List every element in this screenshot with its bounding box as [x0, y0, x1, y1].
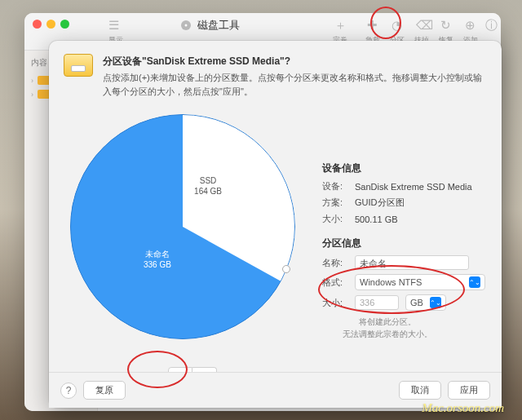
format-row: 格式: Windows NTFS ⌃⌄	[322, 274, 493, 290]
help-button[interactable]: ?	[60, 382, 77, 399]
size-input[interactable]: 336	[355, 295, 399, 310]
device-info-heading: 设备信息	[322, 161, 493, 175]
minimize-icon[interactable]	[46, 20, 55, 29]
window-controls[interactable]	[33, 20, 69, 29]
chevron-updown-icon: ⌃⌄	[469, 276, 480, 288]
dialog-header: 分区设备"SanDisk Extreme SSD Media"? 点按添加(+)…	[49, 41, 502, 106]
total-size-row: 大小: 500.11 GB	[322, 213, 493, 225]
partition-pie[interactable]: 未命名 336 GB SSD 164 GB	[70, 114, 295, 339]
partition-note: 将创建此分区。 无法调整此宗卷的大小。	[322, 316, 453, 340]
info-icon[interactable]: ⓘ	[485, 18, 498, 33]
restore-icon[interactable]: ↻	[440, 18, 451, 33]
close-icon[interactable]	[33, 20, 42, 29]
disk-utility-icon	[179, 19, 192, 32]
svg-point-1	[185, 24, 188, 27]
chevron-updown-icon: ⌃⌄	[430, 297, 441, 308]
zoom-icon[interactable]	[60, 20, 69, 29]
app-title-text: 磁盘工具	[197, 18, 240, 33]
cancel-button[interactable]: 取消	[399, 381, 441, 400]
size-unit-select[interactable]: GB ⌃⌄	[405, 294, 446, 311]
name-input[interactable]: 未命名	[355, 255, 469, 270]
size-unit-value: GB	[410, 298, 423, 307]
ssd-drive-icon	[64, 54, 93, 77]
dialog-title: 分区设备"SanDisk Extreme SSD Media"?	[103, 54, 487, 69]
scheme-row: 方案: GUID分区图	[322, 197, 493, 209]
info-panel: 设备信息 设备: SanDisk Extreme SSD Media 方案: G…	[322, 160, 493, 340]
pie-chart-wrap: 未命名 336 GB SSD 164 GB ＋ －	[70, 114, 295, 339]
dialog-subtitle: 点按添加(+)来增加设备上的分区数量。点按每个分区来更改名称和格式。拖移调整大小…	[103, 71, 487, 98]
size-row: 大小: 336 GB ⌃⌄	[322, 294, 493, 311]
first-aid-icon[interactable]: ✚	[367, 18, 378, 33]
revert-button[interactable]: 复原	[83, 381, 126, 400]
format-value: Windows NTFS	[360, 277, 422, 287]
device-row: 设备: SanDisk Extreme SSD Media	[322, 180, 493, 192]
partition-info-heading: 分区信息	[322, 237, 493, 250]
erase-icon[interactable]: ⌫	[416, 18, 433, 33]
format-select[interactable]: Windows NTFS ⌃⌄	[355, 274, 485, 290]
watermark: Mac.orsoon.com	[422, 401, 504, 415]
partition-dialog: 分区设备"SanDisk Extreme SSD Media"? 点按添加(+)…	[49, 41, 502, 408]
pie-slice-white-label: SSD 164 GB	[194, 175, 222, 197]
apply-button[interactable]: 应用	[448, 381, 490, 400]
name-row: 名称: 未命名	[322, 255, 493, 270]
sidebar-toggle-icon[interactable]: ☰	[108, 18, 119, 33]
resize-handle[interactable]	[282, 265, 290, 273]
app-title: 磁盘工具	[179, 18, 240, 33]
pie-slice-blue-label: 未命名 336 GB	[144, 249, 171, 270]
add-volume-icon[interactable]: ＋	[334, 18, 347, 33]
partition-icon[interactable]: ◔	[392, 18, 402, 33]
add-icon[interactable]: ⊕	[465, 18, 476, 33]
